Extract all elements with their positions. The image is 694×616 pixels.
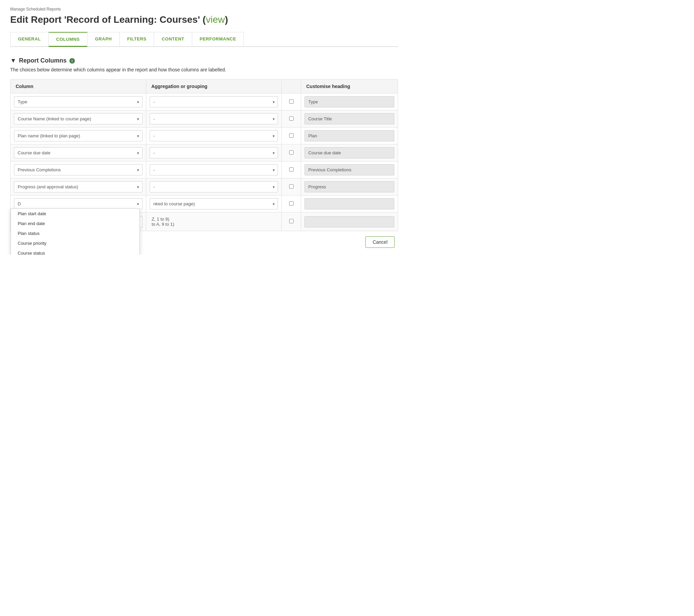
column-select-7[interactable]: D xyxy=(14,198,143,209)
report-columns-table: Column Aggregation or grouping Customise… xyxy=(10,79,398,231)
page-title-prefix: Edit Report 'Record of Learning: Courses… xyxy=(10,14,206,25)
column-select-wrapper-5: Previous Completions ▼ xyxy=(14,164,143,175)
aggregation-select-1[interactable]: - xyxy=(150,96,278,107)
tab-content[interactable]: CONTENT xyxy=(154,32,192,46)
column-select-wrapper-4: Course due date ▼ xyxy=(14,147,143,158)
header-checkbox xyxy=(282,80,301,93)
table-row: D ▼ Plan start date Plan end date Plan s… xyxy=(11,195,398,212)
column-select-wrapper-3: Plan name (linked to plan page) ▼ xyxy=(14,130,143,141)
section-title-text: Report Columns xyxy=(19,57,67,64)
heading-checkbox-8[interactable] xyxy=(289,219,294,223)
aggregation-select-3[interactable]: - xyxy=(150,130,278,141)
header-column: Column xyxy=(11,80,146,93)
col-select-cell: Course due date ▼ xyxy=(11,144,146,161)
column-select-wrapper-2: Course Name (linked to course page) ▼ xyxy=(14,113,143,124)
tab-general[interactable]: GENERAL xyxy=(10,32,49,46)
column-select-5[interactable]: Previous Completions xyxy=(14,164,143,175)
heading-input-3[interactable] xyxy=(304,130,394,141)
agg-select-cell: - ▼ xyxy=(146,178,282,195)
aggregation-select-wrapper-1: - ▼ xyxy=(150,96,278,107)
col-select-cell: Course Name (linked to course page) ▼ xyxy=(11,110,146,127)
table-row: Type ▼ - ▼ xyxy=(11,93,398,110)
agg-select-cell: nked to course page) ▼ xyxy=(146,195,282,212)
page-title: Edit Report 'Record of Learning: Courses… xyxy=(10,14,398,25)
heading-input-7[interactable] xyxy=(304,198,394,209)
checkbox-cell xyxy=(282,212,301,231)
agg-select-cell: - ▼ xyxy=(146,144,282,161)
table-container: Column Aggregation or grouping Customise… xyxy=(10,79,398,248)
view-link[interactable]: view xyxy=(206,14,225,25)
aggregation-select-4[interactable]: - xyxy=(150,147,278,158)
heading-checkbox-7[interactable] xyxy=(289,201,294,206)
checkbox-cell xyxy=(282,127,301,144)
column-select-wrapper-1: Type ▼ xyxy=(14,96,143,107)
agg-line2: to A, 9 to 1) xyxy=(152,222,276,227)
cancel-button[interactable]: Cancel xyxy=(365,236,395,248)
dropdown-item-course-priority[interactable]: Course priority xyxy=(11,238,139,248)
dropdown-item-plan-status[interactable]: Plan status xyxy=(11,228,139,238)
col-select-cell: Previous Completions ▼ xyxy=(11,161,146,178)
tab-filters[interactable]: FILTERS xyxy=(120,32,154,46)
tab-performance[interactable]: PERFORMANCE xyxy=(192,32,244,46)
heading-input-cell: Course Title xyxy=(301,110,398,127)
table-row: Plan name (linked to plan page) ▼ - ▼ xyxy=(11,127,398,144)
aggregation-select-wrapper-2: - ▼ xyxy=(150,113,278,124)
column-dropdown-overlay: Plan start date Plan end date Plan statu… xyxy=(11,208,140,255)
column-select-4[interactable]: Course due date xyxy=(14,147,143,158)
aggregation-select-wrapper-7: nked to course page) ▼ xyxy=(150,198,278,209)
heading-input-4[interactable] xyxy=(304,147,394,158)
heading-checkbox-4[interactable] xyxy=(289,150,294,155)
dropdown-item-plan-end-date[interactable]: Plan end date xyxy=(11,219,139,228)
table-header-row: Column Aggregation or grouping Customise… xyxy=(11,80,398,93)
col-select-cell: Progress (and approval status) ▼ xyxy=(11,178,146,195)
checkbox-cell xyxy=(282,110,301,127)
header-customise: Customise heading xyxy=(301,80,398,93)
heading-input-6[interactable] xyxy=(304,181,394,192)
tab-columns[interactable]: COLUMNS xyxy=(49,32,87,47)
aggregation-select-7[interactable]: nked to course page) xyxy=(150,198,278,209)
column-select-3[interactable]: Plan name (linked to plan page) xyxy=(14,130,143,141)
agg-select-cell: - ▼ xyxy=(146,110,282,127)
aggregation-select-5[interactable]: - xyxy=(150,164,278,175)
agg-select-cell: Z, 1 to 9) to A, 9 to 1) xyxy=(146,212,282,231)
heading-checkbox-3[interactable] xyxy=(289,133,294,138)
heading-checkbox-2[interactable] xyxy=(289,116,294,121)
heading-input-2[interactable]: Course Title xyxy=(304,113,394,124)
section-description: The choices below determine which column… xyxy=(10,67,398,72)
aggregation-text-8: Z, 1 to 9) to A, 9 to 1) xyxy=(150,215,278,228)
dropdown-item-plan-start-date[interactable]: Plan start date xyxy=(11,209,139,219)
heading-checkbox-5[interactable] xyxy=(289,167,294,172)
page-wrapper: Manage Scheduled Reports Edit Report 'Re… xyxy=(0,0,408,255)
checkbox-cell xyxy=(282,195,301,212)
section-title: ▼ Report Columns i xyxy=(10,57,398,64)
tab-graph[interactable]: GRAPH xyxy=(87,32,119,46)
heading-checkbox-1[interactable] xyxy=(289,99,294,104)
header-aggregation: Aggregation or grouping xyxy=(146,80,282,93)
checkbox-cell xyxy=(282,178,301,195)
column-select-wrapper-6: Progress (and approval status) ▼ xyxy=(14,181,143,192)
dropdown-item-course-status[interactable]: Course status xyxy=(11,248,139,255)
col-select-cell: Plan name (linked to plan page) ▼ xyxy=(11,127,146,144)
agg-select-cell: - ▼ xyxy=(146,127,282,144)
column-select-1[interactable]: Type xyxy=(14,96,143,107)
tabs-bar: GENERAL COLUMNS GRAPH FILTERS CONTENT PE… xyxy=(10,32,398,47)
column-select-wrapper-7: D ▼ xyxy=(14,198,143,209)
heading-input-1[interactable] xyxy=(304,96,394,107)
column-select-2[interactable]: Course Name (linked to course page) xyxy=(14,113,143,124)
heading-input-cell xyxy=(301,161,398,178)
heading-checkbox-6[interactable] xyxy=(289,184,294,189)
table-row: Previous Completions ▼ - ▼ xyxy=(11,161,398,178)
heading-input-cell xyxy=(301,144,398,161)
heading-input-cell xyxy=(301,212,398,231)
checkbox-cell xyxy=(282,144,301,161)
heading-input-8[interactable] xyxy=(304,216,394,227)
breadcrumb: Manage Scheduled Reports xyxy=(10,7,398,12)
heading-input-5[interactable] xyxy=(304,164,394,175)
column-select-6[interactable]: Progress (and approval status) xyxy=(14,181,143,192)
checkbox-cell xyxy=(282,161,301,178)
agg-select-cell: - ▼ xyxy=(146,161,282,178)
aggregation-select-6[interactable]: - xyxy=(150,181,278,192)
agg-select-cell: - ▼ xyxy=(146,93,282,110)
aggregation-select-2[interactable]: - xyxy=(150,113,278,124)
heading-input-cell xyxy=(301,127,398,144)
